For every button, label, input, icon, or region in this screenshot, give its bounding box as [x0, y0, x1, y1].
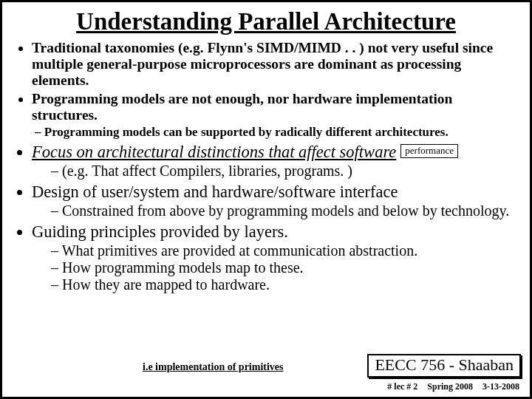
- sub-radically-different: Programming models can be supported by r…: [35, 125, 516, 140]
- bullet-focus: Focus on architectural distinctions that…: [32, 143, 516, 180]
- sub-list-guiding: What primitives are provided at communic…: [32, 242, 516, 293]
- slide: Understanding Parallel Architecture Trad…: [0, 0, 532, 399]
- focus-text: Focus on architectural distinctions that…: [32, 143, 396, 161]
- slide-title: Understanding Parallel Architecture: [16, 8, 516, 35]
- sub-compilers: (e.g. That affect Compilers, libraries, …: [51, 163, 516, 180]
- design-text: Design of user/system and hardware/softw…: [32, 183, 398, 201]
- performance-box: performance: [400, 144, 458, 158]
- course-box: EECC 756 - Shaaban: [367, 354, 521, 378]
- bullet-list-main: Focus on architectural distinctions that…: [16, 143, 516, 293]
- sub-primitives: What primitives are provided at communic…: [51, 242, 516, 259]
- bullet-design-interface: Design of user/system and hardware/softw…: [32, 183, 516, 219]
- bullet-taxonomies: Traditional taxonomies (e.g. Flynn's SIM…: [32, 40, 516, 89]
- sub-constrained: Constrained from above by programming mo…: [51, 202, 516, 219]
- footer-lecture: # lec # 2: [387, 381, 417, 392]
- sub-map-models: How programming models map to these.: [51, 259, 516, 276]
- sub-map-hardware: How they are mapped to hardware.: [51, 276, 516, 293]
- guiding-text: Guiding principles provided by layers.: [32, 222, 288, 241]
- slide-footer: # lec # 2 Spring 2008 3-13-2008: [380, 381, 519, 392]
- sub-list-design: Constrained from above by programming mo…: [32, 202, 516, 219]
- footer-date: 3-13-2008: [482, 381, 519, 392]
- bullet-programming-models: Programming models are not enough, nor h…: [32, 91, 516, 123]
- bullet-list-bold: Traditional taxonomies (e.g. Flynn's SIM…: [16, 40, 516, 123]
- sub-list-focus: (e.g. That affect Compilers, libraries, …: [32, 163, 516, 180]
- footer-term: Spring 2008: [427, 381, 473, 392]
- sub-list-1: Programming models can be supported by r…: [16, 125, 516, 140]
- implementation-note: i.e implementation of primitives: [143, 361, 284, 373]
- bullet-guiding-principles: Guiding principles provided by layers. W…: [32, 222, 516, 293]
